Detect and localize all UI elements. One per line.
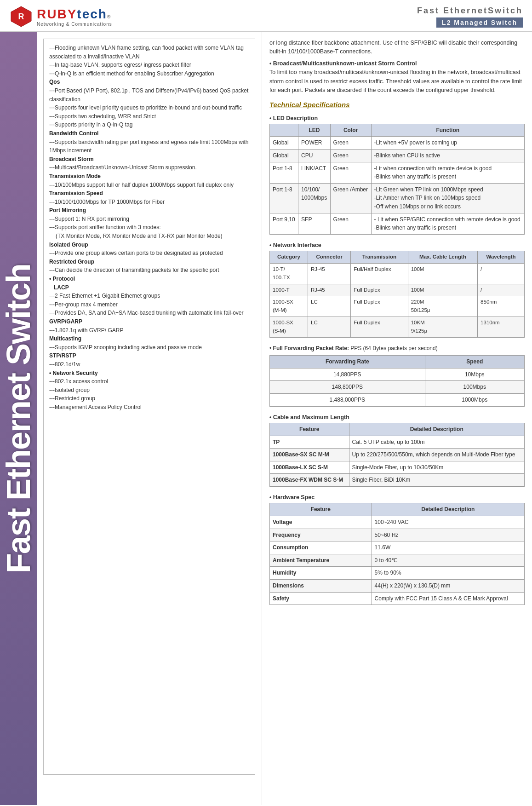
net-cell: Full Duplex (351, 296, 408, 317)
network-section-label: • Network Interface (269, 241, 525, 250)
item-qos1: ---Port Based (VIP Port), 802.1p , TOS a… (49, 86, 249, 104)
left-col-content: ---Flooding unknown VLAN frame setting, … (43, 39, 255, 775)
item-ig1: ---Provide one group allows certain port… (49, 249, 249, 258)
item-ns1: ---802.1x access control (49, 377, 249, 386)
hw-cell: 0 to 40℃ (372, 554, 524, 567)
main-content: Fast Ethernet Switch ---Flooding unknown… (0, 32, 532, 805)
item-qos3: ---Supports two scheduling, WRR and Stri… (49, 112, 249, 121)
hw-cell: Frequency (270, 529, 372, 541)
port-mirroring-heading: Port Mirroring (49, 206, 249, 215)
vertical-banner: Fast Ethernet Switch (0, 32, 37, 805)
net-cell: LC (308, 317, 351, 338)
hw-cell: 11.6W (372, 541, 524, 554)
tagline: Networking & Communications (37, 22, 112, 27)
cable-cell: Single-Mode Fiber, up to 10/30/50Km (349, 461, 524, 474)
hw-cell: 100~240 VAC (372, 516, 524, 529)
broadcast-text: To limit too many broadcast/multicast/un… (269, 68, 525, 95)
net-cell: 220M50/125μ (408, 296, 477, 317)
fwd-header-0: Forwarding Rate (270, 356, 425, 368)
net-cell: 1000-SX(M-M) (270, 296, 308, 317)
item-ns4: ---Management Access Policy Control (49, 403, 249, 412)
led-cell: Port 9,10 (270, 213, 298, 234)
item-vlan1: ---Flooding unknown VLAN frame setting, … (49, 44, 249, 61)
table-row: Consumption 11.6W (270, 541, 525, 554)
net-cell: 1000-SX(S-M) (270, 317, 308, 338)
net-header-4: Wavelength (478, 251, 525, 264)
cable-cell: Single Fiber, BiDi 10Km (349, 474, 524, 487)
fwd-cell: 14,880PPS (270, 368, 425, 381)
forwarding-note: • Full Forwarding Packet Rate: PPS (64 B… (269, 344, 525, 353)
led-cell: 10/100/1000Mbps (298, 183, 331, 213)
net-cell: 1310nm (478, 317, 525, 338)
led-cell: SFP (298, 213, 331, 234)
cable-cell: 1000Base-SX SC M-M (270, 449, 349, 461)
page-header: R RUBY tech ® Networking & Communication… (0, 0, 532, 32)
net-cell: Full/Half Duplex (351, 264, 408, 284)
led-cell: Green (330, 150, 371, 162)
item-qos4: ---Supports priority in a Q-in-Q tag (49, 121, 249, 129)
item-ns2: ---Isolated group (49, 386, 249, 395)
hw-cell: 5% to 90% (372, 567, 524, 580)
led-cell: -Lit Green when TP link on 1000Mbps spee… (371, 183, 524, 213)
left-column: ---Flooding unknown VLAN frame setting, … (37, 32, 262, 805)
table-row: 148,800PPS 100Mbps (270, 381, 525, 394)
led-cell: Green (330, 213, 371, 234)
cable-header-1: Detailed Description (349, 423, 524, 436)
led-cell: Green (330, 162, 371, 183)
hardware-table: Feature Detailed Description Voltage 100… (269, 503, 525, 605)
qos-heading: Qos (49, 78, 249, 86)
led-cell: - Lit when SFP/GBIC connection with remo… (371, 213, 524, 234)
net-cell: RJ-45 (308, 284, 351, 296)
subtitle2: L2 Managed Switch (436, 17, 523, 28)
led-cell: CPU (298, 150, 331, 162)
net-cell: / (478, 284, 525, 296)
net-cell: 10KM9/125μ (408, 317, 477, 338)
led-header-3: Function (371, 124, 524, 137)
table-row: 1000-SX(M-M) LC Full Duplex 220M50/125μ … (270, 296, 525, 317)
logo-icon: R (9, 5, 33, 29)
bandwidth-heading: Bandwidth Control (49, 129, 249, 138)
led-cell: Green /Amber (330, 183, 371, 213)
svg-text:R: R (18, 12, 24, 21)
table-row: Voltage 100~240 VAC (270, 516, 525, 529)
led-header-1: LED (298, 124, 331, 137)
hw-cell: 50~60 Hz (372, 529, 524, 541)
net-header-1: Connector (308, 251, 351, 264)
brand-suffix: tech (77, 7, 107, 22)
led-cell: -Blinks when CPU is active (371, 150, 524, 162)
hw-cell: Consumption (270, 541, 372, 554)
vertical-banner-text: Fast Ethernet Switch (2, 264, 35, 573)
item-ns3: ---Restricted group (49, 394, 249, 403)
item-pm2: ---Supports port sniffer function with 3… (49, 223, 249, 232)
table-row: TP Cat. 5 UTP cable, up to 100m (270, 436, 525, 449)
multicast-heading: Multicasting (49, 334, 249, 343)
net-cell: 100M (408, 284, 477, 296)
item-lacp1: ---2 Fast Ethernet +1 Gigabit Ethernet g… (49, 292, 249, 300)
cable-table: Feature Detailed Description TP Cat. 5 U… (269, 423, 525, 487)
led-header-0 (270, 124, 298, 137)
right-column: or long distance fiber backbone attachme… (262, 32, 532, 805)
table-row: 1000Base-LX SC S-M Single-Mode Fiber, up… (270, 461, 525, 474)
transmission-speed-heading: Transmission Speed (49, 189, 249, 198)
led-section-label: • LED Description (269, 114, 525, 123)
item-tm1: ---10/100Mbps support full or half duple… (49, 181, 249, 190)
item-lacp3: ---Provides DA, SA and DA+SA Mac-based t… (49, 309, 249, 317)
item-mc1: ---Supports IGMP snooping including acti… (49, 343, 249, 352)
net-cell: 10-T/100-TX (270, 264, 308, 284)
cable-cell: 1000Base-LX SC S-M (270, 461, 349, 474)
net-cell: 1000-T (270, 284, 308, 296)
net-cell: Full Duplex (351, 317, 408, 338)
table-row: 1000-SX(S-M) LC Full Duplex 10KM9/125μ 1… (270, 317, 525, 338)
fwd-cell: 1000Mbps (425, 394, 524, 407)
hw-cell: Comply with FCC Part 15 Class A & CE Mar… (372, 592, 524, 605)
logo-area: R RUBY tech ® Networking & Communication… (9, 5, 112, 29)
hw-header-1: Detailed Description (372, 503, 524, 516)
net-cell: / (478, 264, 525, 284)
item-rg1: ---Can decide the direction of transmitt… (49, 266, 249, 275)
cable-cell: TP (270, 436, 349, 449)
forwarding-table: Forwarding Rate Speed 14,880PPS 10Mbps 1… (269, 355, 525, 406)
table-row: Port 1-8 LINK/ACT Green -Lit when connec… (270, 162, 525, 183)
intro-text: or long distance fiber backbone attachme… (269, 39, 525, 57)
item-pm1: ---Support 1: N RX port mirroring (49, 215, 249, 224)
hw-cell: 44(H) x 220(W) x 130.5(D) mm (372, 579, 524, 592)
